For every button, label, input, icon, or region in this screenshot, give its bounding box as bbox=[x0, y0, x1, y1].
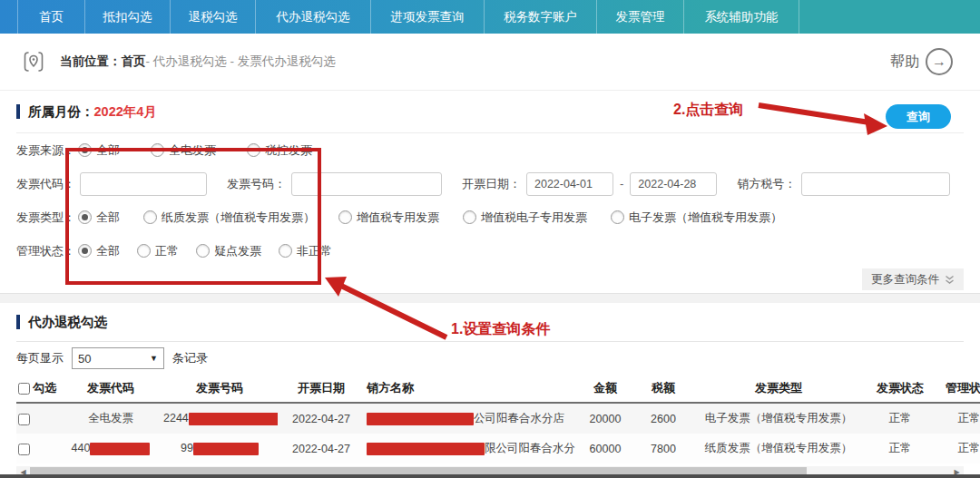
radio-type-paper-special[interactable]: 纸质发票（增值税专用发票） bbox=[143, 210, 315, 226]
section-divider bbox=[0, 294, 980, 303]
page-size-select[interactable]: 50 ▼ bbox=[72, 347, 164, 369]
radio-icon[interactable] bbox=[78, 210, 92, 224]
records-suffix: 条记录 bbox=[172, 350, 208, 366]
date-to-input[interactable] bbox=[630, 172, 717, 196]
caret-down-icon: ▼ bbox=[150, 354, 158, 363]
breadcrumb-current: 当前位置：首页 bbox=[60, 54, 146, 70]
cell-invoice-number: 22440 bbox=[162, 403, 278, 434]
radio-status-all[interactable]: 全部 bbox=[78, 243, 120, 259]
seller-tax-input[interactable] bbox=[801, 172, 950, 196]
radio-icon[interactable] bbox=[247, 143, 260, 157]
cell-invoice-number: 99 bbox=[162, 434, 278, 463]
filter-row-type: 发票类型： 全部 纸质发票（增值税专用发票） 增值税专用发票 增值税电子专用发票… bbox=[16, 200, 964, 234]
nav-tab-refund-check[interactable]: 退税勾选 bbox=[171, 0, 256, 34]
radio-icon[interactable] bbox=[279, 244, 292, 258]
nav-tab-invoice-management[interactable]: 发票管理 bbox=[597, 0, 684, 34]
section-title-bar bbox=[16, 104, 20, 119]
more-query-conditions-button[interactable]: 更多查询条件 bbox=[862, 268, 964, 290]
radio-icon[interactable] bbox=[78, 143, 92, 157]
cell-tax: 2600 bbox=[635, 403, 691, 434]
table-header-row: 勾选 发票代码 发票号码 开票日期 销方名称 金额 税额 发票类型 发票状态 管… bbox=[16, 375, 980, 403]
row-checkbox[interactable] bbox=[18, 414, 30, 425]
radio-icon[interactable] bbox=[463, 210, 476, 224]
issue-date-label: 开票日期： bbox=[462, 176, 526, 192]
invoice-number-input[interactable] bbox=[291, 172, 442, 196]
invoice-code-input[interactable] bbox=[80, 172, 207, 196]
cell-amount: 20000 bbox=[575, 403, 635, 434]
radio-type-vat-e-special[interactable]: 增值税电子专用发票 bbox=[463, 210, 587, 226]
radio-type-e-invoice-special[interactable]: 电子发票（增值税专用发票） bbox=[611, 210, 782, 226]
col-invoice-type: 发票类型 bbox=[691, 375, 866, 403]
filter-header: 所属月份： 2022年4月 bbox=[16, 91, 964, 133]
cell-invoice-code: 全电发票 bbox=[60, 403, 162, 434]
radio-icon[interactable] bbox=[137, 244, 151, 258]
page-size-row: 每页显示 50 ▼ 条记录 bbox=[16, 342, 964, 375]
query-button[interactable]: 查询 bbox=[886, 104, 951, 129]
filter-section: 所属月份： 2022年4月 查询 发票来源： 全部 全电发票 税控发票 发票代码… bbox=[0, 91, 980, 294]
radio-icon[interactable] bbox=[78, 244, 92, 258]
radio-icon[interactable] bbox=[338, 210, 352, 224]
help-button[interactable]: 帮助 → bbox=[890, 48, 953, 75]
col-invoice-status: 发票状态 bbox=[866, 375, 935, 403]
annotation-step1: 1.设置查询条件 bbox=[451, 320, 550, 339]
cell-mgmt-status: 正常 bbox=[935, 403, 980, 434]
radio-label: 税控发票 bbox=[265, 142, 312, 159]
nav-tab-agency-refund-check[interactable]: 代办退税勾选 bbox=[256, 0, 371, 34]
cell-invoice-code: 440 bbox=[60, 434, 162, 463]
cell-issue-date: 2022-04-27 bbox=[278, 403, 365, 434]
radio-icon[interactable] bbox=[196, 244, 210, 258]
radio-label: 全部 bbox=[96, 243, 120, 259]
status-label: 管理状态： bbox=[16, 243, 78, 259]
row-checkbox[interactable] bbox=[18, 444, 30, 455]
cell-invoice-type: 电子发票（增值税专用发票） bbox=[691, 403, 866, 434]
date-from-input[interactable] bbox=[526, 172, 613, 196]
seller-suffix: 限公司阳春合水分店 bbox=[485, 442, 575, 454]
radio-label: 疑点发票 bbox=[214, 243, 261, 259]
select-all-checkbox[interactable] bbox=[18, 383, 30, 395]
radio-label: 全部 bbox=[96, 142, 120, 159]
radio-status-abnormal[interactable]: 非正常 bbox=[279, 243, 332, 259]
filter-row-inputs: 发票代码： 发票号码： 开票日期： - 销方税号： bbox=[16, 167, 964, 200]
nav-tab-home[interactable]: 首页 bbox=[18, 0, 85, 34]
radio-label: 电子发票（增值税专用发票） bbox=[629, 210, 782, 226]
col-tax: 税额 bbox=[635, 375, 691, 403]
radio-status-normal[interactable]: 正常 bbox=[137, 243, 179, 259]
nav-tab-input-invoice-query[interactable]: 进项发票查询 bbox=[371, 0, 485, 34]
col-check: 勾选 bbox=[16, 375, 60, 403]
radio-label: 正常 bbox=[155, 243, 179, 259]
more-conditions-row: 更多查询条件 bbox=[16, 268, 964, 291]
radio-type-all[interactable]: 全部 bbox=[78, 210, 120, 226]
radio-label: 增值税专用发票 bbox=[357, 210, 439, 226]
seller-suffix: 公司阳春合水分店 bbox=[474, 412, 564, 424]
radio-label: 增值税电子专用发票 bbox=[481, 210, 587, 226]
filter-row-source: 发票来源： 全部 全电发票 税控发票 bbox=[16, 133, 964, 167]
col-seller-name: 销方名称 bbox=[365, 375, 575, 403]
nav-tab-deduction-check[interactable]: 抵扣勾选 bbox=[85, 0, 171, 34]
month-value: 2022年4月 bbox=[94, 103, 157, 121]
radio-source-all-electric[interactable]: 全电发票 bbox=[151, 142, 216, 159]
nav-tab-tax-digital-account[interactable]: 税务数字账户 bbox=[485, 0, 597, 34]
type-label: 发票类型： bbox=[16, 210, 78, 226]
radio-source-tax-control[interactable]: 税控发票 bbox=[247, 142, 312, 159]
invoice-code-label: 发票代码： bbox=[16, 176, 78, 192]
radio-icon[interactable] bbox=[611, 210, 624, 224]
radio-type-vat-special[interactable]: 增值税专用发票 bbox=[338, 210, 439, 226]
page-size-value: 50 bbox=[78, 352, 91, 366]
radio-icon[interactable] bbox=[143, 210, 157, 224]
help-label: 帮助 bbox=[890, 53, 919, 72]
map-location-icon bbox=[22, 50, 45, 73]
arrow-right-circle-icon[interactable]: → bbox=[926, 48, 953, 75]
col-mgmt-status: 管理状态 bbox=[935, 375, 980, 403]
cell-amount: 60000 bbox=[575, 434, 635, 463]
table-row: 440 99 2022-04-27 限公司阳春合水分店 60000 7800 纸… bbox=[16, 434, 980, 463]
nav-spacer bbox=[0, 0, 18, 34]
page-size-label: 每页显示 bbox=[16, 350, 64, 366]
redaction-block bbox=[367, 443, 485, 455]
radio-status-doubtful[interactable]: 疑点发票 bbox=[196, 243, 261, 259]
radio-source-all[interactable]: 全部 bbox=[78, 142, 120, 159]
radio-icon[interactable] bbox=[151, 143, 164, 157]
bottom-border bbox=[0, 474, 980, 478]
nav-tab-system-aux[interactable]: 系统辅助功能 bbox=[684, 0, 799, 34]
radio-label: 纸质发票（增值税专用发票） bbox=[162, 210, 315, 226]
annotation-step2: 2.点击查询 bbox=[673, 101, 743, 120]
